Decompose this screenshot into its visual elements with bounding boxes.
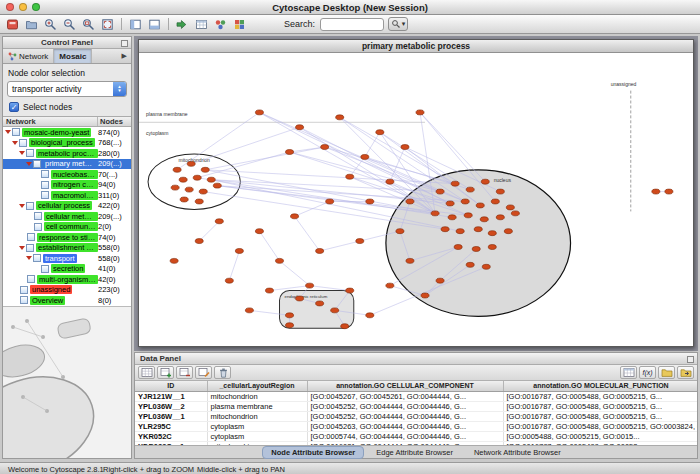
tree-row-cellular-metabo[interactable]: cellular metabo...209(...)	[3, 211, 131, 222]
expander-icon[interactable]	[26, 256, 32, 260]
graph-node[interactable]	[201, 167, 209, 172]
graph-node[interactable]	[366, 199, 374, 204]
graph-node[interactable]	[346, 288, 354, 293]
graph-node[interactable]	[316, 301, 324, 306]
tree-row-overview[interactable]: Overview8(0)	[3, 295, 131, 306]
graph-node[interactable]	[406, 258, 414, 263]
graph-node[interactable]	[296, 125, 304, 130]
graph-node[interactable]	[346, 174, 354, 179]
graph-node[interactable]	[421, 293, 429, 298]
graph-node[interactable]	[436, 189, 444, 194]
expander-icon[interactable]	[19, 204, 25, 208]
graph-node[interactable]	[173, 167, 181, 172]
tree-row-metabolic-process[interactable]: metabolic process280(0)	[3, 148, 131, 159]
graph-node[interactable]	[291, 214, 299, 219]
graph-node[interactable]	[496, 215, 504, 220]
table-row[interactable]: YPL036W__1mitochondrion[GO:0045252, GO:0…	[135, 411, 697, 421]
tree-row-secretion[interactable]: secretion41(0)	[3, 264, 131, 275]
column-header-cellular-layout-region[interactable]: _cellularLayoutRegion	[207, 381, 307, 391]
tree-row-biological-process[interactable]: biological_process768(...)	[3, 138, 131, 149]
graph-node[interactable]	[341, 324, 349, 329]
graph-node[interactable]	[665, 189, 673, 194]
graph-node[interactable]	[326, 199, 334, 204]
graph-node[interactable]	[504, 229, 512, 234]
column-header-network[interactable]: Network	[3, 117, 98, 126]
graph-node[interactable]	[376, 130, 384, 135]
graph-node[interactable]	[255, 110, 263, 115]
graph-node[interactable]	[296, 296, 304, 301]
graph-node[interactable]	[491, 199, 499, 204]
clear-attributes-button[interactable]	[214, 366, 231, 379]
graph-node[interactable]	[180, 197, 188, 202]
expander-icon[interactable]	[19, 246, 25, 250]
search-input[interactable]	[320, 18, 384, 31]
export-attributes-button[interactable]	[677, 366, 694, 379]
graph-node[interactable]	[406, 199, 414, 204]
graph-node[interactable]	[488, 245, 496, 250]
graph-node[interactable]	[456, 229, 464, 234]
graph-node[interactable]	[286, 323, 294, 328]
graph-node[interactable]	[356, 239, 364, 244]
graph-node[interactable]	[436, 278, 444, 283]
tree-row-transport[interactable]: transport558(0)	[3, 253, 131, 264]
graph-node[interactable]	[441, 227, 449, 232]
graph-node[interactable]	[265, 288, 273, 293]
column-header-nodes[interactable]: Nodes	[98, 117, 131, 126]
new-session-button[interactable]	[4, 16, 21, 32]
graph-node[interactable]	[466, 187, 474, 192]
graph-node[interactable]	[386, 283, 394, 288]
table-row[interactable]: YLR295Ccytoplasm[GO:0045263, GO:0044444,…	[135, 421, 697, 431]
tab-node-attribute-browser[interactable]: Node Attribute Browser	[262, 446, 364, 459]
graph-node[interactable]	[448, 215, 456, 220]
network-window[interactable]: primary metabolic process plasma membran…	[138, 39, 694, 347]
column-header-go-molecular-function[interactable]: annotation.GO MOLECULAR_FUNCTION	[503, 381, 697, 391]
tree-row-cellular-process[interactable]: cellular process422(0)	[3, 201, 131, 212]
graph-node[interactable]	[416, 110, 424, 115]
graph-node[interactable]	[511, 211, 519, 216]
mosaic-plugin-button[interactable]	[231, 16, 248, 32]
data-panel-toggle-button[interactable]	[146, 16, 163, 32]
zoom-selected-button[interactable]	[80, 16, 97, 32]
graph-node[interactable]	[336, 115, 344, 120]
open-session-button[interactable]	[23, 16, 40, 32]
graph-node[interactable]	[199, 189, 207, 194]
tree-row-unassigned[interactable]: unassigned223(0)	[3, 285, 131, 296]
graph-node[interactable]	[446, 201, 454, 206]
graph-node[interactable]	[195, 239, 203, 244]
zoom-in-button[interactable]	[42, 16, 59, 32]
graph-node[interactable]	[361, 154, 369, 159]
graph-node[interactable]	[454, 245, 462, 250]
table-row[interactable]: YKR052Ccytoplasm[GO:0005744, GO:0044444,…	[135, 431, 697, 441]
graph-node[interactable]	[316, 248, 324, 253]
graph-node[interactable]	[476, 203, 484, 208]
graph-node[interactable]	[187, 161, 195, 166]
graph-node[interactable]	[461, 199, 469, 204]
tree-row-mosaic-demo-yeast[interactable]: mosaic-demo-yeast874(0)	[3, 127, 131, 138]
graph-node[interactable]	[286, 150, 294, 155]
tab-mosaic[interactable]: Mosaic	[54, 49, 92, 63]
tab-network[interactable]: Network	[3, 49, 54, 63]
graph-node[interactable]	[306, 283, 314, 288]
graph-node[interactable]	[255, 229, 263, 234]
zoom-out-button[interactable]	[61, 16, 78, 32]
graph-node[interactable]	[235, 248, 243, 253]
vizmapper-button[interactable]	[212, 16, 229, 32]
graph-node[interactable]	[195, 199, 203, 204]
tree-row-primary-metab[interactable]: primary metab...209(...)	[3, 159, 131, 170]
edit-attribute-button[interactable]	[195, 366, 212, 379]
graph-node[interactable]	[464, 213, 472, 218]
graph-node[interactable]	[488, 231, 496, 236]
graph-node[interactable]	[472, 247, 480, 252]
graph-node[interactable]	[170, 258, 178, 263]
network-overview-thumbnail[interactable]	[3, 306, 131, 458]
tab-network-attribute-browser[interactable]: Network Attribute Browser	[465, 446, 570, 459]
graph-node[interactable]	[286, 313, 294, 318]
tree-row-establishment-of-lo[interactable]: establishment of lo...558(0)	[3, 243, 131, 254]
import-table-button[interactable]	[193, 16, 210, 32]
attribute-table-container[interactable]: ID _cellularLayoutRegion annotation.GO C…	[135, 381, 697, 445]
graph-node[interactable]	[496, 189, 504, 194]
graph-node[interactable]	[275, 258, 283, 263]
graph-node[interactable]	[652, 189, 660, 194]
graph-node[interactable]	[474, 227, 482, 232]
network-window-titlebar[interactable]: primary metabolic process	[139, 40, 693, 53]
